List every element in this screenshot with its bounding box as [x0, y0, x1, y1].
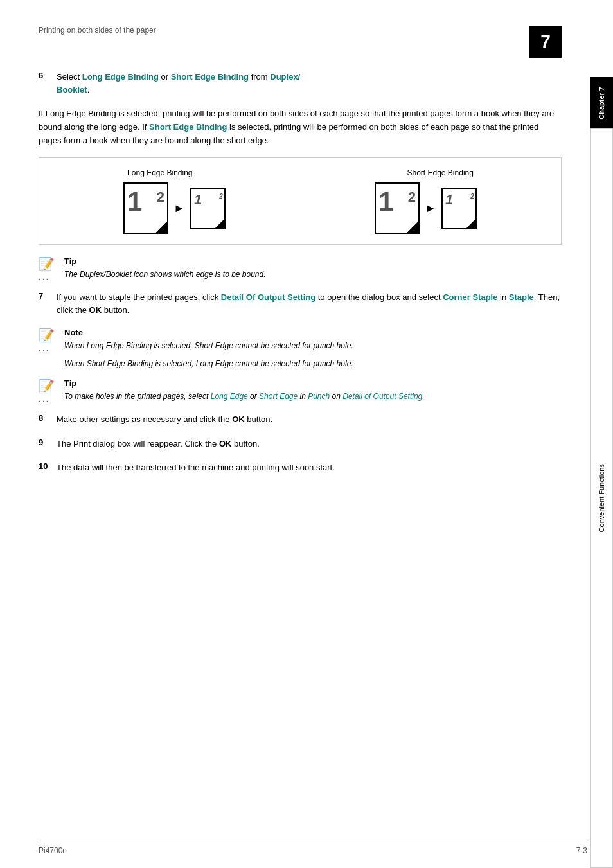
page-icon-1-2-right: 1 2 — [375, 182, 420, 234]
side-tab: Chapter 7 Convenient Functions — [590, 0, 613, 868]
chapter-tab-label: Chapter 7 — [598, 87, 605, 120]
detail-output-tip: Detail of Output Setting — [342, 392, 422, 401]
tip1-content: Tip The Duplex/Booklet icon shows which … — [64, 256, 562, 280]
illus-diagrams: 1 2 ► 1 2 1 — [52, 182, 548, 234]
long-edge-tip: Long Edge — [211, 392, 248, 401]
punch-tip: Punch — [308, 392, 330, 401]
step-9-number: 9 — [39, 438, 49, 450]
step-8-row: 8 Make other settings as necessary and c… — [39, 413, 562, 426]
step-8-number: 8 — [39, 413, 49, 426]
ok-bold-1: OK — [89, 305, 102, 315]
ok-bold-3: OK — [219, 439, 232, 448]
step-6-number: 6 — [39, 71, 49, 96]
page-icon-small-right: 1 2 — [441, 188, 477, 229]
step-7-section: 7 If you want to staple the printed page… — [39, 291, 562, 316]
short-edge-binding-inline: Short Edge Binding — [149, 122, 227, 132]
description-para: If Long Edge Binding is selected, printi… — [39, 107, 562, 147]
long-edge-binding-label: Long Edge Binding — [82, 72, 159, 82]
corner-staple-label: Corner Staple — [443, 292, 497, 302]
step-7-row: 7 If you want to staple the printed page… — [39, 291, 562, 316]
pencil-icon-2: 📝 — [39, 328, 55, 343]
step-6-text: Select Long Edge Binding or Short Edge B… — [57, 71, 562, 96]
note-label: Note — [64, 328, 562, 337]
detail-output-label: Detail Of Output Setting — [221, 292, 315, 302]
pencil-icon-1: 📝 — [39, 256, 55, 272]
step-10-section: 10 The data will then be transferred to … — [39, 461, 562, 474]
corner-fold-right — [407, 221, 418, 233]
staple-label: Staple — [509, 292, 534, 302]
note-text-2: When Short Edge Binding is selected, Lon… — [64, 358, 562, 369]
arrow-left: ► — [173, 202, 185, 215]
short-edge-tip: Short Edge — [259, 392, 298, 401]
step-10-number: 10 — [39, 461, 49, 474]
convenient-tab: Convenient Functions — [590, 128, 613, 868]
page-header: Printing on both sides of the paper 7 — [39, 26, 562, 58]
long-edge-diagram: 1 2 ► 1 2 — [123, 182, 226, 234]
arrow-right: ► — [425, 202, 436, 215]
dots-2: ... — [39, 343, 50, 353]
page-footer: Pi4700e 7-3 — [39, 842, 587, 855]
step-7-number: 7 — [39, 291, 49, 316]
step-9-text: The Print dialog box will reappear. Clic… — [57, 438, 562, 450]
short-edge-diagram: 1 2 ► 1 2 — [375, 182, 477, 234]
tip1-box: 📝 ... Tip The Duplex/Booklet icon shows … — [39, 256, 562, 282]
short-edge-label: Short Edge Binding — [332, 168, 548, 177]
corner-fold — [155, 221, 167, 233]
footer-right: 7-3 — [576, 846, 587, 855]
dots-1: ... — [39, 272, 50, 282]
step-8-section: 8 Make other settings as necessary and c… — [39, 413, 562, 426]
dots-3: ... — [39, 394, 50, 404]
step-6-row: 6 Select Long Edge Binding or Short Edge… — [39, 71, 562, 96]
footer-left: Pi4700e — [39, 846, 67, 855]
tip1-text: The Duplex/Booklet icon shows which edge… — [64, 269, 562, 280]
illustration-box: Long Edge Binding Short Edge Binding 1 2… — [39, 157, 562, 245]
note-box: 📝 ... Note When Long Edge Binding is sel… — [39, 328, 562, 369]
chapter-number-box: 7 — [529, 26, 562, 58]
step-9-section: 9 The Print dialog box will reappear. Cl… — [39, 438, 562, 450]
ok-bold-2: OK — [232, 414, 245, 424]
tip2-box: 📝 ... Tip To make holes in the printed p… — [39, 378, 562, 404]
short-edge-binding-label: Short Edge Binding — [171, 72, 249, 82]
page-icon-small-left: 1 2 — [190, 188, 226, 229]
tip1-label: Tip — [64, 256, 562, 266]
tip2-label: Tip — [64, 378, 562, 388]
main-content: Printing on both sides of the paper 7 6 … — [0, 0, 587, 511]
chapter-number: 7 — [540, 31, 551, 52]
note-text-1: When Long Edge Binding is selected, Shor… — [64, 340, 562, 351]
pencil-icon-3: 📝 — [39, 378, 55, 394]
tip2-text: To make holes in the printed pages, sele… — [64, 391, 562, 402]
page-icon-1-2-left: 1 2 — [123, 182, 168, 234]
note-content: Note When Long Edge Binding is selected,… — [64, 328, 562, 369]
step-7-text: If you want to staple the printed pages,… — [57, 291, 562, 316]
step-10-text: The data will then be transferred to the… — [57, 461, 562, 474]
step-9-row: 9 The Print dialog box will reappear. Cl… — [39, 438, 562, 450]
chapter-tab: Chapter 7 — [590, 77, 613, 128]
illus-labels: Long Edge Binding Short Edge Binding — [52, 168, 548, 177]
tip2-content: Tip To make holes in the printed pages, … — [64, 378, 562, 402]
step-6-section: 6 Select Long Edge Binding or Short Edge… — [39, 71, 562, 96]
step-8-text: Make other settings as necessary and cli… — [57, 413, 562, 426]
step-10-row: 10 The data will then be transferred to … — [39, 461, 562, 474]
convenient-tab-label: Convenient Functions — [598, 464, 605, 532]
header-title: Printing on both sides of the paper — [39, 26, 156, 35]
page-wrapper: Chapter 7 Convenient Functions Printing … — [0, 0, 613, 868]
long-edge-label: Long Edge Binding — [52, 168, 268, 177]
